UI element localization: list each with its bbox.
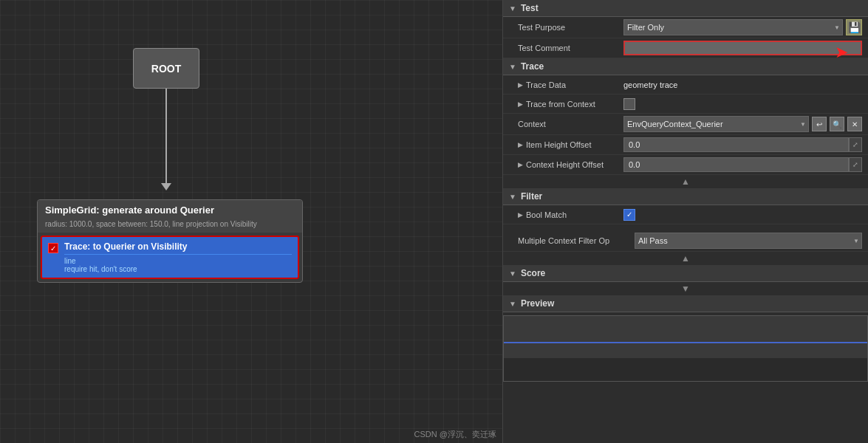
watermark: CSDN @浮沉、奕迁琢: [414, 429, 496, 440]
grid-node-subtitle: radius: 1000.0, space between: 150.0, li…: [38, 220, 302, 233]
test-section-arrow: ▼: [509, 4, 516, 13]
test-purpose-label: Test Purpose: [509, 23, 623, 32]
trace-from-context-row: ▶ Trace from Context: [503, 95, 868, 114]
bool-match-row: ▶ Bool Match: [503, 205, 868, 224]
root-node-label: ROOT: [151, 63, 181, 75]
bool-match-checkbox-wrapper: [623, 209, 862, 221]
score-down-arrow-icon: ▼: [681, 284, 690, 294]
grid-node-title: SimpleGrid: generate around Querier: [38, 200, 302, 220]
item-height-offset-expand-btn[interactable]: ⤢: [849, 137, 862, 152]
trace-item-content: Trace: to Querier on Visibility line req…: [64, 241, 292, 273]
score-section-arrow: ▼: [509, 269, 516, 278]
context-select-wrapper[interactable]: EnvQueryContext_Querier: [623, 116, 809, 132]
filter-up-arrow-icon: ▲: [681, 253, 690, 264]
score-section-label: Score: [521, 268, 545, 278]
trace-section-arrow: ▼: [509, 63, 516, 71]
filter-section-arrow: ▼: [509, 193, 516, 201]
graph-canvas[interactable]: ROOT SimpleGrid: generate around Querier…: [0, 0, 502, 443]
context-height-offset-input[interactable]: [623, 157, 849, 172]
test-section-header[interactable]: ▼ Test: [503, 0, 868, 17]
filter-spacer: [503, 224, 868, 230]
score-section-header[interactable]: ▼ Score: [503, 265, 868, 282]
context-select[interactable]: EnvQueryContext_Querier: [623, 116, 809, 132]
item-height-offset-input[interactable]: [623, 137, 849, 152]
save-icon: 💾: [848, 21, 861, 33]
preview-dark-bar: [504, 358, 867, 381]
trace-from-context-label: ▶ Trace from Context: [509, 100, 623, 109]
trace-data-label: ▶ Trace Data: [509, 80, 623, 89]
context-height-offset-label: ▶ Context Height Offset: [509, 160, 623, 169]
context-height-offset-value-wrapper: ⤢: [623, 157, 862, 172]
trace-data-arrow: ▶: [518, 81, 523, 89]
context-close-btn[interactable]: ✕: [847, 117, 862, 131]
trace-up-arrow[interactable]: ▲: [503, 175, 868, 188]
test-purpose-select-wrapper[interactable]: Filter Only Score Only Filter and Score: [623, 19, 843, 35]
connector-arrow: [161, 183, 171, 190]
bool-match-checkbox[interactable]: [623, 209, 635, 221]
trace-from-context-arrow: ▶: [518, 100, 523, 108]
trace-from-context-checkbox-wrapper: [623, 98, 862, 110]
multiple-context-filter-row: Multiple Context Filter Op All Pass Any …: [503, 230, 868, 252]
context-height-offset-expand-btn[interactable]: ⤢: [849, 157, 862, 172]
context-search-btn[interactable]: 🔍: [830, 117, 844, 131]
test-purpose-save-btn[interactable]: 💾: [846, 19, 862, 35]
item-height-offset-label: ▶ Item Height Offset: [509, 140, 623, 149]
test-comment-value: [623, 41, 862, 55]
context-height-offset-arrow: ▶: [518, 161, 523, 168]
trace-data-value: geometry trace: [623, 80, 862, 89]
trace-item-checkbox[interactable]: [48, 243, 58, 253]
preview-section-label: Preview: [521, 298, 554, 309]
context-select-row: EnvQueryContext_Querier ↩ 🔍 ✕: [623, 116, 862, 132]
bool-match-label: ▶ Bool Match: [509, 210, 623, 219]
connector-line: [165, 89, 167, 185]
multiple-context-filter-label: Multiple Context Filter Op: [509, 236, 635, 245]
test-purpose-select[interactable]: Filter Only Score Only Filter and Score: [623, 19, 843, 35]
context-height-offset-row: ▶ Context Height Offset ⤢: [503, 155, 868, 175]
multiple-context-filter-select[interactable]: All Pass Any Pass: [635, 233, 862, 249]
trace-section-label: Trace: [521, 61, 544, 72]
trace-up-arrow-icon: ▲: [681, 176, 690, 187]
test-comment-row: Test Comment: [503, 38, 868, 58]
trace-item-require: require hit, don't score: [64, 265, 292, 273]
trace-item[interactable]: Trace: to Querier on Visibility line req…: [41, 236, 299, 279]
test-purpose-row: Test Purpose Filter Only Score Only Filt…: [503, 17, 868, 38]
test-comment-label: Test Comment: [509, 44, 623, 52]
trace-item-line: line: [64, 257, 292, 265]
filter-section-header[interactable]: ▼ Filter: [503, 188, 868, 205]
preview-blue-line: [504, 342, 867, 343]
test-comment-input[interactable]: [623, 41, 862, 55]
preview-section-header[interactable]: ▼ Preview: [503, 295, 868, 312]
trace-data-row: ▶ Trace Data geometry trace: [503, 75, 868, 95]
item-height-offset-value-wrapper: ⤢: [623, 137, 862, 152]
context-row: Context EnvQueryContext_Querier ↩ 🔍 ✕: [503, 114, 868, 135]
root-node[interactable]: ROOT: [133, 48, 199, 89]
test-section-label: Test: [521, 3, 539, 13]
trace-from-context-checkbox[interactable]: [623, 98, 635, 110]
multiple-context-filter-value-wrapper: All Pass Any Pass: [635, 233, 862, 249]
multiple-context-filter-select-wrapper[interactable]: All Pass Any Pass: [635, 233, 862, 249]
trace-section-header[interactable]: ▼ Trace: [503, 58, 868, 75]
bool-match-arrow: ▶: [518, 211, 523, 219]
context-value-wrapper: EnvQueryContext_Querier ↩ 🔍 ✕: [623, 116, 862, 132]
trace-item-title: Trace: to Querier on Visibility: [64, 241, 292, 255]
test-purpose-value: Filter Only Score Only Filter and Score: [623, 19, 843, 35]
right-panel: ▼ Test Test Purpose Filter Only Score On…: [502, 0, 868, 443]
item-height-offset-arrow: ▶: [518, 141, 523, 148]
preview-section-arrow: ▼: [509, 300, 516, 308]
score-down-arrow[interactable]: ▼: [503, 282, 868, 295]
item-height-offset-row: ▶ Item Height Offset ⤢: [503, 135, 868, 155]
item-height-offset-field-wrapper: ⤢: [623, 137, 862, 152]
grid-node[interactable]: SimpleGrid: generate around Querier radi…: [37, 199, 303, 283]
context-label: Context: [509, 120, 623, 128]
filter-up-arrow[interactable]: ▲: [503, 252, 868, 265]
context-height-offset-field-wrapper: ⤢: [623, 157, 862, 172]
preview-area: [503, 315, 868, 382]
context-reset-btn[interactable]: ↩: [812, 117, 827, 131]
filter-section-label: Filter: [521, 191, 542, 202]
